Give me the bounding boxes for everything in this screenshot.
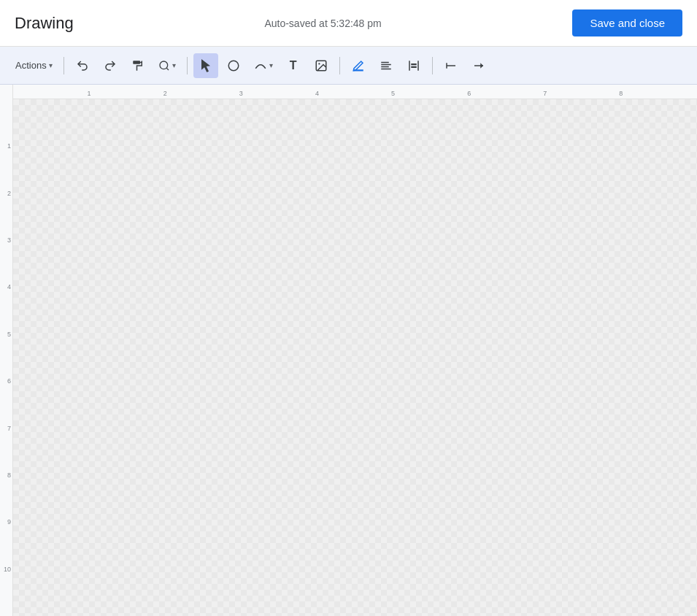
- header: Drawing Auto-saved at 5:32:48 pm Save an…: [0, 0, 697, 47]
- redo-button[interactable]: [98, 53, 123, 78]
- ruler-left-mark-6: 6: [7, 377, 11, 385]
- ruler-top-mark-1: 1: [88, 90, 91, 97]
- distribute-icon: [407, 59, 420, 72]
- toolbar-separator-1: [63, 57, 64, 74]
- image-button[interactable]: [309, 53, 334, 78]
- ruler-top-mark-7: 7: [543, 90, 547, 97]
- ruler-top-mark-2: 2: [163, 90, 167, 97]
- canvas-background: [13, 99, 697, 616]
- redo-icon: [104, 59, 117, 72]
- toolbar-separator-3: [339, 57, 340, 74]
- svg-marker-8: [480, 63, 483, 69]
- line-end-icon: [472, 59, 485, 72]
- ruler-top-mark-3: 3: [239, 90, 243, 97]
- align-button[interactable]: [374, 53, 398, 78]
- app-title: Drawing: [15, 14, 74, 33]
- text-button[interactable]: T: [281, 53, 306, 78]
- actions-button[interactable]: Actions ▾: [10, 53, 58, 78]
- actions-chevron-icon: ▾: [49, 61, 53, 69]
- ruler-left-mark-4: 4: [7, 283, 11, 290]
- svg-point-3: [318, 63, 320, 64]
- svg-point-1: [228, 61, 239, 71]
- ruler-left-mark-9: 9: [7, 518, 11, 525]
- line-start-button[interactable]: [439, 53, 463, 78]
- paint-format-button[interactable]: [126, 53, 150, 78]
- toolbar-separator-2: [187, 57, 188, 74]
- shape-button[interactable]: [221, 53, 246, 78]
- ruler-top-mark-5: 5: [391, 90, 395, 97]
- ruler-left-mark-7: 7: [7, 425, 11, 432]
- ruler-top-mark-8: 8: [619, 90, 623, 97]
- shape-icon: [227, 59, 240, 72]
- ruler-left-mark-2: 2: [7, 190, 11, 197]
- canvas-container[interactable]: 12345678 12345678910: [0, 85, 697, 616]
- svg-point-0: [160, 61, 168, 69]
- ruler-left-mark-1: 1: [7, 142, 11, 150]
- align-icon: [380, 59, 393, 72]
- ruler-left-mark-8: 8: [7, 471, 11, 479]
- zoom-button[interactable]: ▾: [153, 53, 181, 78]
- save-close-button[interactable]: Save and close: [572, 9, 682, 36]
- pen-button[interactable]: [346, 53, 371, 78]
- ruler-left-mark-3: 3: [7, 236, 11, 244]
- line-chevron-icon: ▾: [269, 61, 273, 69]
- text-icon: T: [290, 59, 297, 72]
- ruler-left-mark-10: 10: [4, 566, 11, 573]
- image-icon: [315, 59, 328, 72]
- ruler-top-mark-4: 4: [315, 90, 319, 97]
- pen-icon: [352, 59, 365, 72]
- line-end-button[interactable]: [466, 53, 491, 78]
- autosave-status: Auto-saved at 5:32:48 pm: [264, 18, 381, 29]
- toolbar-separator-4: [432, 57, 433, 74]
- ruler-left: 12345678910: [0, 85, 13, 616]
- zoom-icon: [158, 60, 170, 72]
- ruler-top-mark-6: 6: [467, 90, 471, 97]
- line-start-icon: [444, 59, 458, 72]
- line-icon: [254, 59, 267, 72]
- line-button[interactable]: ▾: [249, 53, 278, 78]
- undo-icon: [76, 59, 89, 72]
- paint-format-icon: [131, 59, 145, 72]
- actions-label: Actions: [15, 60, 47, 71]
- svg-rect-4: [353, 69, 363, 71]
- ruler-left-mark-5: 5: [7, 331, 11, 338]
- select-icon: [199, 59, 212, 72]
- undo-button[interactable]: [70, 53, 95, 78]
- zoom-chevron-icon: ▾: [172, 61, 176, 69]
- ruler-top: 12345678: [0, 85, 697, 99]
- select-button[interactable]: [193, 53, 218, 78]
- distribute-button[interactable]: [401, 53, 426, 78]
- toolbar: Actions ▾ ▾: [0, 47, 697, 85]
